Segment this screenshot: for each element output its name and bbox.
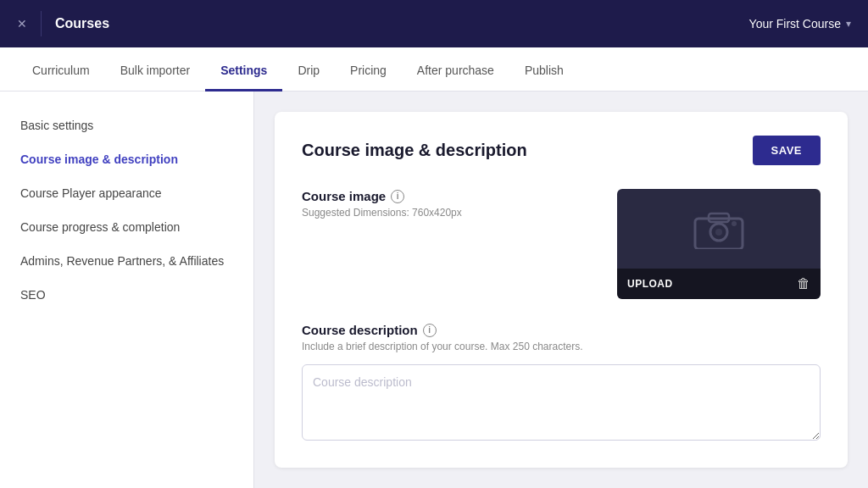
course-image-row: Course image i Suggested Dimensions: 760… bbox=[302, 189, 821, 299]
sidebar: Basic settingsCourse image & description… bbox=[0, 92, 254, 488]
course-description-info-icon[interactable]: i bbox=[423, 324, 437, 337]
sidebar-item-basic-settings[interactable]: Basic settings bbox=[0, 108, 253, 142]
svg-point-2 bbox=[715, 229, 722, 236]
course-image-label: Course image i bbox=[302, 189, 600, 203]
content-area: Course image & description SAVE Course i… bbox=[254, 92, 868, 488]
course-image-hint: Suggested Dimensions: 760x420px bbox=[302, 207, 600, 219]
course-name: Your First Course bbox=[749, 17, 841, 30]
trash-icon[interactable]: 🗑 bbox=[797, 276, 810, 291]
tab-pricing[interactable]: Pricing bbox=[335, 52, 402, 92]
course-description-label: Course description i bbox=[302, 323, 821, 337]
chevron-down-icon: ▾ bbox=[846, 18, 851, 30]
course-description-section: Course description i Include a brief des… bbox=[302, 323, 821, 444]
image-upload-toolbar: UPLOAD 🗑 bbox=[617, 269, 821, 299]
card-title: Course image & description bbox=[302, 141, 527, 160]
topbar-divider bbox=[41, 11, 42, 36]
course-image-upload-box[interactable]: UPLOAD 🗑 bbox=[617, 189, 821, 299]
course-selector[interactable]: Your First Course ▾ bbox=[749, 17, 851, 30]
topbar-left: ✕ Courses bbox=[17, 11, 109, 36]
tab-bulk-importer[interactable]: Bulk importer bbox=[105, 52, 205, 92]
topbar: ✕ Courses Your First Course ▾ bbox=[0, 0, 868, 47]
settings-card: Course image & description SAVE Course i… bbox=[275, 112, 848, 468]
tab-after-purchase[interactable]: After purchase bbox=[402, 52, 509, 92]
sidebar-item-seo[interactable]: SEO bbox=[0, 278, 253, 312]
course-image-info-icon[interactable]: i bbox=[391, 190, 404, 203]
tab-publish[interactable]: Publish bbox=[509, 52, 579, 92]
sidebar-item-admins-revenue-partners[interactable]: Admins, Revenue Partners, & Affiliates bbox=[0, 244, 253, 278]
image-placeholder bbox=[617, 189, 821, 269]
topbar-title: Courses bbox=[55, 16, 109, 31]
nav-tabs: CurriculumBulk importerSettingsDripPrici… bbox=[0, 47, 868, 92]
sidebar-item-course-image-description[interactable]: Course image & description bbox=[0, 142, 253, 176]
close-icon[interactable]: ✕ bbox=[17, 17, 27, 30]
svg-point-4 bbox=[732, 221, 737, 226]
image-left: Course image i Suggested Dimensions: 760… bbox=[302, 189, 600, 299]
topbar-right: Your First Course ▾ bbox=[749, 17, 851, 30]
sidebar-item-course-progress-completion[interactable]: Course progress & completion bbox=[0, 210, 253, 244]
upload-label[interactable]: UPLOAD bbox=[627, 278, 673, 290]
tab-drip[interactable]: Drip bbox=[282, 52, 335, 92]
card-header: Course image & description SAVE bbox=[302, 136, 821, 165]
save-button[interactable]: SAVE bbox=[753, 136, 821, 165]
sidebar-item-course-player-appearance[interactable]: Course Player appearance bbox=[0, 176, 253, 210]
main-content: Basic settingsCourse image & description… bbox=[0, 92, 868, 488]
camera-icon bbox=[692, 208, 746, 249]
course-description-hint: Include a brief description of your cour… bbox=[302, 341, 821, 352]
course-description-textarea[interactable] bbox=[302, 364, 821, 441]
tab-settings[interactable]: Settings bbox=[205, 52, 282, 92]
tab-curriculum[interactable]: Curriculum bbox=[17, 52, 105, 92]
